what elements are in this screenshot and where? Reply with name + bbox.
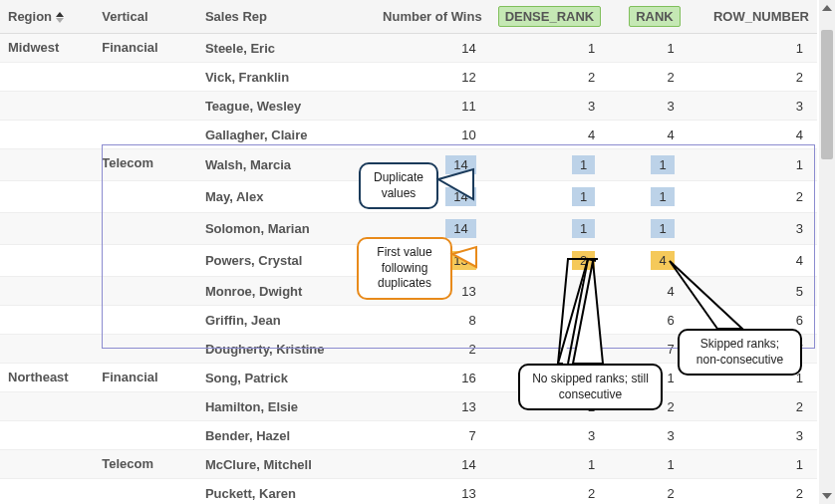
- table-row[interactable]: Puckett, Karen13222: [0, 479, 817, 505]
- cell-region: [0, 392, 94, 421]
- cell-dense-rank: 2: [490, 479, 610, 505]
- cell-sales-rep: Hamilton, Elsie: [197, 392, 354, 421]
- cell-sales-rep: Walsh, Marcia: [197, 149, 354, 181]
- table-row[interactable]: TelecomMcClure, Mitchell14111: [0, 450, 817, 479]
- cell-rank: 1: [609, 181, 688, 213]
- cell-vertical: [94, 277, 197, 306]
- cell-dense-rank: 3: [490, 92, 610, 121]
- cell-row-number: 5: [689, 277, 817, 306]
- table-row[interactable]: MidwestFinancialSteele, Eric14111: [0, 34, 817, 63]
- header-vertical-label: Vertical: [102, 9, 147, 24]
- cell-vertical: Financial: [94, 34, 197, 63]
- cell-rank: 1: [609, 149, 688, 181]
- cell-row-number: 4: [689, 121, 817, 149]
- cell-dense-rank: 3: [490, 306, 610, 335]
- cell-rank: 2: [609, 479, 688, 505]
- cell-vertical: [94, 63, 197, 92]
- cell-region: Northeast: [0, 364, 94, 392]
- callout-skipped: Skipped ranks; non-consecutive: [678, 329, 802, 376]
- cell-rank: 4: [609, 277, 688, 306]
- scroll-thumb[interactable]: [821, 30, 833, 159]
- cell-vertical: Telecom: [94, 450, 197, 479]
- cell-region: [0, 450, 94, 479]
- header-rownum-label: ROW_NUMBER: [713, 9, 809, 24]
- cell-row-number: 3: [689, 213, 817, 245]
- cell-wins: 11: [354, 92, 490, 121]
- cell-rank: 6: [609, 306, 688, 335]
- cell-wins: 14: [354, 450, 490, 479]
- cell-region: [0, 421, 94, 450]
- cell-row-number: 2: [689, 181, 817, 213]
- cell-vertical: Financial: [94, 364, 197, 392]
- header-wins[interactable]: Number of Wins: [354, 0, 490, 34]
- cell-wins: 14: [354, 34, 490, 63]
- cell-region: [0, 306, 94, 335]
- vertical-scrollbar[interactable]: [819, 0, 835, 504]
- cell-wins: 7: [354, 421, 490, 450]
- header-rank[interactable]: RANK: [609, 0, 688, 34]
- cell-row-number: 3: [689, 421, 817, 450]
- cell-rank: 2: [609, 63, 688, 92]
- header-wins-label: Number of Wins: [383, 9, 482, 24]
- cell-row-number: 3: [689, 92, 817, 121]
- header-dense-label: DENSE_RANK: [498, 6, 602, 27]
- cell-sales-rep: Vick, Franklin: [197, 63, 354, 92]
- cell-region: [0, 149, 94, 181]
- cell-row-number: 1: [689, 450, 817, 479]
- cell-wins: 10: [354, 121, 490, 149]
- cell-region: [0, 63, 94, 92]
- cell-vertical: [94, 213, 197, 245]
- cell-sales-rep: Dougherty, Kristine: [197, 335, 354, 364]
- cell-dense-rank: 1: [490, 181, 610, 213]
- cell-row-number: 4: [689, 245, 817, 277]
- cell-sales-rep: Gallagher, Claire: [197, 121, 354, 149]
- header-sales-rep[interactable]: Sales Rep: [197, 0, 354, 34]
- cell-vertical: [94, 335, 197, 364]
- cell-rank: 3: [609, 92, 688, 121]
- cell-row-number: 1: [689, 149, 817, 181]
- cell-rank: 7: [609, 335, 688, 364]
- header-region[interactable]: Region: [0, 0, 94, 34]
- header-row-number[interactable]: ROW_NUMBER: [689, 0, 817, 34]
- scroll-down-icon[interactable]: [819, 488, 835, 504]
- cell-vertical: [94, 479, 197, 505]
- cell-wins: 12: [354, 63, 490, 92]
- cell-sales-rep: Song, Patrick: [197, 364, 354, 392]
- table-row[interactable]: Gallagher, Claire10444: [0, 121, 817, 149]
- scroll-up-icon[interactable]: [819, 0, 835, 16]
- cell-sales-rep: Bender, Hazel: [197, 421, 354, 450]
- cell-dense-rank: 1: [490, 34, 610, 63]
- cell-vertical: [94, 92, 197, 121]
- cell-region: [0, 121, 94, 149]
- cell-rank: 1: [609, 34, 688, 63]
- cell-region: [0, 245, 94, 277]
- cell-vertical: [94, 121, 197, 149]
- cell-rank: 3: [609, 421, 688, 450]
- cell-dense-rank: 1: [490, 450, 610, 479]
- cell-vertical: [94, 421, 197, 450]
- cell-wins: 8: [354, 306, 490, 335]
- cell-wins: 13: [354, 392, 490, 421]
- cell-dense-rank: 2: [490, 63, 610, 92]
- cell-sales-rep: Steele, Eric: [197, 34, 354, 63]
- cell-rank: 4: [609, 245, 688, 277]
- cell-sales-rep: Solomon, Marian: [197, 213, 354, 245]
- sort-indicator-icon: [56, 12, 64, 23]
- cell-region: [0, 277, 94, 306]
- cell-wins: 13: [354, 479, 490, 505]
- table-row[interactable]: Teague, Wesley11333: [0, 92, 817, 121]
- header-row: Region Vertical Sales Rep Number of Wins…: [0, 0, 817, 34]
- cell-rank: 1: [609, 213, 688, 245]
- cell-row-number: 2: [689, 479, 817, 505]
- header-vertical[interactable]: Vertical: [94, 0, 197, 34]
- cell-vertical: [94, 306, 197, 335]
- table-row[interactable]: Vick, Franklin12222: [0, 63, 817, 92]
- cell-dense-rank: 4: [490, 121, 610, 149]
- table-row[interactable]: Bender, Hazel7333: [0, 421, 817, 450]
- cell-vertical: [94, 392, 197, 421]
- header-dense-rank[interactable]: DENSE_RANK: [490, 0, 610, 34]
- table-row[interactable]: Hamilton, Elsie13222: [0, 392, 817, 421]
- cell-region: [0, 213, 94, 245]
- cell-dense-rank: 2: [490, 245, 610, 277]
- cell-rank: 1: [609, 450, 688, 479]
